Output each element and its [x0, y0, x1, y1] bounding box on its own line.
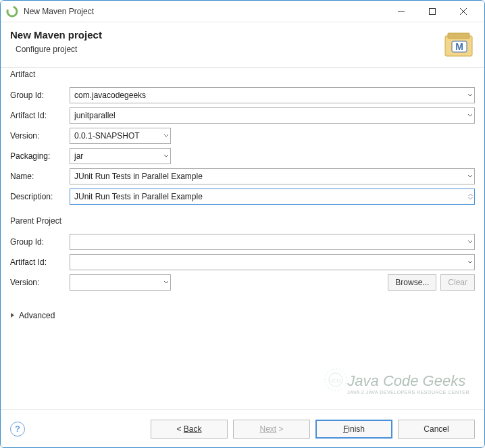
version-input[interactable]: [70, 128, 171, 144]
help-icon[interactable]: ?: [10, 422, 25, 437]
parent-version-label: Version:: [10, 278, 70, 287]
description-input[interactable]: [70, 189, 475, 205]
maven-icon: M: [442, 29, 475, 59]
svg-rect-6: [448, 33, 469, 39]
watermark-circle-icon: JCG: [322, 366, 349, 393]
advanced-label: Advanced: [19, 311, 55, 320]
wizard-footer: ? < Back Next > Finish Cancel: [1, 409, 484, 447]
cancel-button[interactable]: Cancel: [398, 420, 475, 439]
eclipse-icon: [6, 5, 18, 18]
minimize-button[interactable]: [386, 2, 417, 21]
triangle-right-icon: [10, 311, 15, 320]
parent-artifact-id-label: Artifact Id:: [10, 257, 70, 267]
parent-fieldset: Parent Project Group Id: Artifact Id: Ve…: [10, 221, 475, 300]
packaging-input[interactable]: [70, 148, 171, 164]
svg-point-9: [325, 369, 347, 391]
svg-point-10: [329, 373, 342, 387]
advanced-toggle[interactable]: Advanced: [10, 307, 475, 320]
parent-artifact-id-input[interactable]: [70, 254, 475, 270]
titlebar: New Maven Project: [1, 1, 484, 22]
maximize-button[interactable]: [417, 2, 448, 21]
watermark-main: Java Code Geeks: [347, 372, 469, 390]
next-button[interactable]: Next >: [233, 420, 310, 439]
svg-rect-2: [430, 8, 436, 14]
window-controls: [386, 2, 479, 21]
wizard-content: Artifact Group Id: Artifact Id: Version:: [1, 68, 484, 320]
page-subtitle: Configure project: [16, 45, 442, 54]
description-label: Description:: [10, 192, 70, 201]
browse-button[interactable]: Browse...: [388, 274, 436, 291]
svg-point-0: [6, 5, 18, 18]
group-id-label: Group Id:: [10, 91, 70, 100]
artifact-id-label: Artifact Id:: [10, 111, 70, 120]
close-button[interactable]: [448, 2, 479, 21]
watermark: Java Code Geeks Java 2 Java Developers R…: [347, 372, 469, 395]
artifact-id-input[interactable]: [70, 107, 475, 124]
finish-button[interactable]: Finish: [315, 420, 392, 439]
parent-legend: Parent Project: [10, 216, 475, 226]
artifact-fieldset: Artifact Group Id: Artifact Id: Version:: [10, 74, 475, 214]
svg-text:JCG: JCG: [330, 378, 341, 384]
version-label: Version:: [10, 131, 70, 141]
group-id-input[interactable]: [70, 87, 475, 103]
parent-group-id-label: Group Id:: [10, 237, 70, 247]
artifact-legend: Artifact: [10, 70, 475, 79]
window-title: New Maven Project: [24, 7, 386, 16]
parent-group-id-input[interactable]: [70, 234, 475, 250]
clear-button[interactable]: Clear: [440, 274, 475, 291]
svg-text:M: M: [455, 41, 463, 52]
name-label: Name:: [10, 172, 70, 181]
wizard-header: New Maven project Configure project M: [1, 22, 484, 68]
name-input[interactable]: [70, 168, 475, 184]
page-title: New Maven project: [10, 29, 442, 41]
watermark-sub: Java 2 Java Developers Resource Center: [347, 390, 469, 395]
back-button[interactable]: < Back: [151, 420, 228, 439]
packaging-label: Packaging:: [10, 151, 70, 161]
parent-version-input[interactable]: [70, 274, 171, 291]
